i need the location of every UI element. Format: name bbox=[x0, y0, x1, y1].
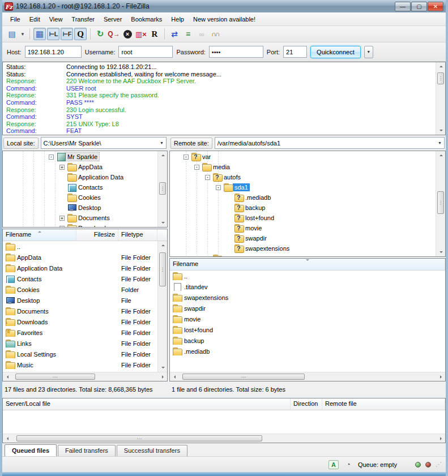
tree-item-label[interactable]: .mediadb bbox=[244, 194, 272, 201]
filename-text[interactable]: Downloads bbox=[17, 319, 48, 325]
scrollbar-thumb[interactable] bbox=[159, 252, 166, 286]
log-vertical-scrollbar[interactable] bbox=[436, 62, 445, 135]
remote-list-horizontal-scrollbar[interactable] bbox=[170, 372, 445, 381]
queue-horizontal-scrollbar[interactable] bbox=[3, 434, 445, 443]
filename-text[interactable]: Links bbox=[17, 340, 32, 347]
filename-text[interactable]: .. bbox=[17, 243, 20, 250]
tree-item-label[interactable]: swapdir bbox=[244, 234, 268, 242]
scroll-up-icon[interactable] bbox=[436, 62, 446, 71]
scroll-left-icon[interactable] bbox=[3, 434, 12, 443]
queue-tab[interactable]: Queued files bbox=[5, 444, 57, 456]
tree-row[interactable]: media bbox=[170, 162, 436, 172]
toggle-remote-tree-icon[interactable]: ⊢F bbox=[61, 28, 73, 40]
filename-text[interactable]: .titandev bbox=[184, 284, 208, 290]
file-row[interactable]: .titandev bbox=[170, 281, 445, 292]
tree-item-label[interactable]: Contacts bbox=[76, 183, 104, 191]
tree-row[interactable]: Cookies bbox=[3, 192, 157, 203]
site-manager-icon[interactable]: ▤ bbox=[6, 28, 18, 40]
tree-row[interactable]: ? dvd bbox=[170, 254, 436, 256]
tree-item-label[interactable]: Mr Sparkle bbox=[66, 153, 99, 161]
scroll-right-icon[interactable] bbox=[436, 372, 445, 381]
compare-icon[interactable]: ⇄ bbox=[168, 28, 181, 40]
filename-text[interactable]: .. bbox=[184, 273, 187, 280]
tree-item-label[interactable]: autofs bbox=[222, 173, 242, 181]
tree-row[interactable]: Mr Sparkle bbox=[3, 152, 157, 162]
cancel-icon[interactable]: × bbox=[121, 28, 134, 40]
disconnect-icon[interactable]: ▥× bbox=[135, 28, 147, 40]
tree-row[interactable]: ↓ Downloads bbox=[3, 223, 157, 227]
resize-grip[interactable]: ⋰ bbox=[436, 461, 442, 468]
tree-item-label[interactable]: lost+found bbox=[244, 214, 276, 222]
filename-text[interactable]: Application Data bbox=[17, 265, 62, 272]
reconnect-icon[interactable]: R bbox=[148, 28, 161, 40]
tree-row[interactable]: ? var bbox=[170, 152, 436, 162]
local-list-horizontal-scrollbar[interactable] bbox=[3, 372, 167, 381]
tree-item-label[interactable]: AppData bbox=[76, 163, 104, 171]
filename-text[interactable]: Contacts bbox=[17, 276, 41, 282]
local-site-combo[interactable]: C:\Users\Mr Sparkle\ ▼ bbox=[41, 137, 167, 149]
chevron-down-icon[interactable]: ▼ bbox=[436, 138, 444, 148]
expander-icon[interactable] bbox=[49, 155, 54, 160]
file-row[interactable]: ↓Downloads File Folder bbox=[3, 316, 157, 327]
scroll-right-icon[interactable] bbox=[157, 372, 167, 381]
refresh-icon[interactable]: ↻ bbox=[94, 28, 106, 40]
tree-row[interactable]: ? movie bbox=[170, 223, 436, 233]
maximize-button[interactable]: ▢ bbox=[411, 2, 427, 11]
search-icon[interactable]: ∩∩ bbox=[209, 28, 221, 40]
scroll-down-icon[interactable] bbox=[436, 247, 446, 256]
remote-site-path[interactable]: /var/media/autofs/sda1 bbox=[215, 140, 436, 147]
queue-tab[interactable]: Failed transfers bbox=[58, 445, 116, 456]
filename-text[interactable]: Music bbox=[17, 362, 33, 368]
filename-text[interactable]: .mediadb bbox=[184, 348, 210, 355]
filename-text[interactable]: backup bbox=[184, 337, 204, 344]
file-row[interactable]: swapextensions bbox=[170, 292, 445, 303]
file-row[interactable]: AppData File Folder bbox=[3, 252, 157, 263]
port-input[interactable] bbox=[283, 46, 307, 58]
speed-limits-icon[interactable]: ◔ bbox=[343, 460, 353, 469]
file-row[interactable]: Application Data File Folder bbox=[3, 263, 157, 273]
tree-row[interactable]: Documents bbox=[3, 213, 157, 223]
scrollbar-thumb[interactable] bbox=[437, 72, 444, 84]
local-tree-vertical-scrollbar[interactable] bbox=[157, 151, 167, 227]
tree-row[interactable]: ? swapdir bbox=[170, 233, 436, 243]
tree-item-label[interactable]: Desktop bbox=[76, 204, 103, 212]
tree-row[interactable]: Application Data bbox=[3, 172, 157, 182]
tree-item-label[interactable]: swapextensions bbox=[244, 245, 291, 252]
filename-text[interactable]: lost+found bbox=[184, 327, 213, 333]
local-list-vertical-scrollbar[interactable] bbox=[157, 241, 167, 372]
local-site-path[interactable]: C:\Users\Mr Sparkle\ bbox=[41, 140, 157, 147]
tree-item-label[interactable]: dvd bbox=[222, 255, 236, 256]
scroll-up-icon[interactable] bbox=[436, 151, 446, 160]
quickconnect-button[interactable]: Quickconnect bbox=[310, 46, 361, 58]
tree-item-label[interactable]: media bbox=[211, 163, 232, 171]
column-server-local-file[interactable]: Server/Local file bbox=[3, 398, 291, 410]
tree-row[interactable]: ? .mediadb bbox=[170, 192, 436, 203]
scrollbar-thumb[interactable] bbox=[16, 435, 262, 441]
filename-text[interactable]: AppData bbox=[17, 254, 41, 261]
quickconnect-dropdown-icon[interactable]: ▼ bbox=[364, 46, 373, 58]
scroll-left-icon[interactable] bbox=[3, 372, 12, 381]
menu-item[interactable]: Bookmarks bbox=[126, 14, 167, 25]
tree-row[interactable]: Contacts bbox=[3, 182, 157, 192]
column-direction[interactable]: Direction bbox=[291, 398, 322, 410]
tree-row[interactable]: ? swapextensions bbox=[170, 243, 436, 254]
file-row[interactable]: .mediadb bbox=[170, 346, 445, 357]
process-queue-icon[interactable]: Q→ bbox=[108, 28, 120, 40]
tree-item-label[interactable]: Documents bbox=[76, 214, 112, 222]
username-input[interactable] bbox=[118, 46, 173, 58]
column-filesize[interactable]: Filesize bbox=[76, 229, 118, 241]
chevron-down-icon[interactable]: ▼ bbox=[157, 138, 166, 148]
transfer-type-icon[interactable]: A bbox=[328, 460, 339, 469]
toggle-log-icon[interactable]: ▦ bbox=[33, 28, 46, 40]
remote-site-combo[interactable]: /var/media/autofs/sda1 ▼ bbox=[215, 137, 445, 149]
menu-item[interactable]: Help bbox=[167, 14, 189, 25]
filename-text[interactable]: Local Settings bbox=[17, 351, 56, 358]
file-row[interactable]: Music File Folder bbox=[3, 359, 157, 370]
toggle-local-tree-icon[interactable]: ⊢L bbox=[47, 28, 59, 40]
filename-text[interactable]: Documents bbox=[17, 308, 49, 315]
file-row[interactable]: ★Favorites File Folder bbox=[3, 327, 157, 338]
file-row[interactable]: movie bbox=[170, 314, 445, 324]
tree-row[interactable]: ? backup bbox=[170, 203, 436, 213]
filename-text[interactable]: Cookies bbox=[17, 286, 40, 293]
toggle-queue-icon[interactable]: Q bbox=[74, 28, 87, 40]
